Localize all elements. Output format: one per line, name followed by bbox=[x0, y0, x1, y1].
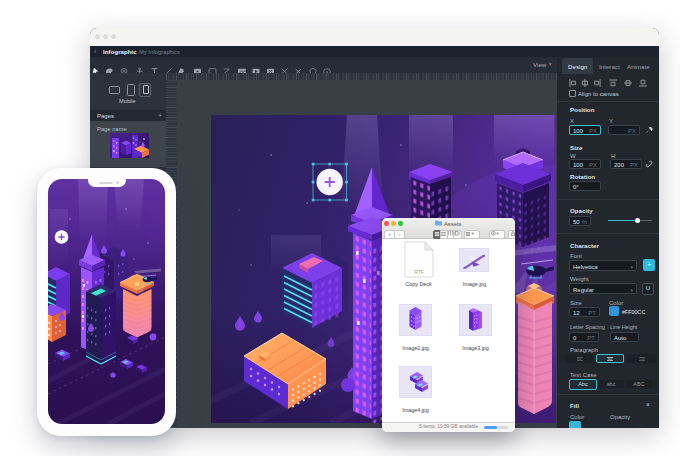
svg-text:RTF: RTF bbox=[414, 269, 424, 275]
svg-text:H: H bbox=[135, 281, 139, 287]
